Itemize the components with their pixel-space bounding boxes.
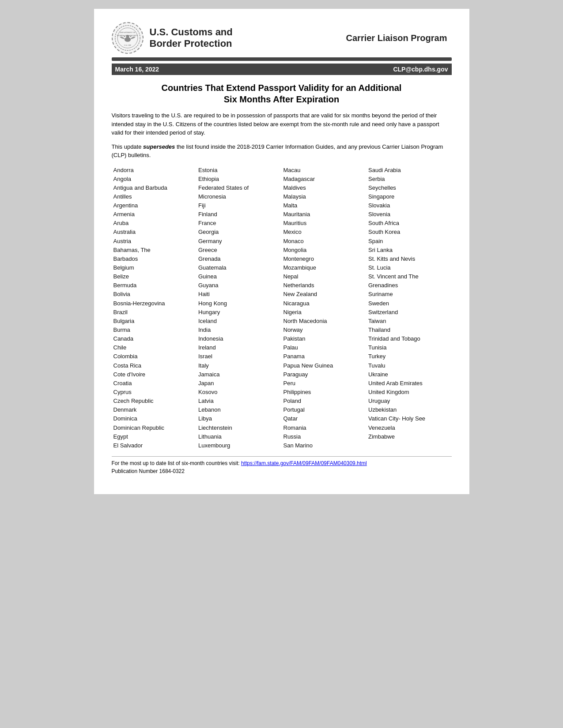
country-item: Romania: [283, 424, 365, 432]
country-item: Tuvalu: [368, 361, 450, 370]
country-item: Liechtenstein: [198, 424, 280, 432]
country-item: Armenia: [113, 210, 195, 219]
country-item: Italy: [198, 361, 280, 370]
country-item: Malta: [283, 201, 365, 210]
country-item: Mexico: [283, 228, 365, 236]
country-col-4: Saudi ArabiaSerbiaSeychellesSingaporeSlo…: [367, 166, 452, 450]
country-item: Cote d'Ivoire: [113, 370, 195, 379]
country-item: Greece: [198, 246, 280, 255]
country-columns: AndorraAngolaAntigua and BarbudaAntilles…: [112, 166, 452, 450]
country-item: Micronesia: [198, 192, 280, 201]
country-item: Denmark: [113, 405, 195, 414]
footer: For the most up to date list of six-mont…: [112, 456, 452, 475]
country-item: Aruba: [113, 219, 195, 228]
country-item: New Zealand: [283, 290, 365, 299]
country-item: Venezuela: [368, 424, 450, 432]
country-item: Colombia: [113, 352, 195, 361]
country-item: Nigeria: [283, 308, 365, 317]
country-item: Norway: [283, 326, 365, 334]
country-item: Slovenia: [368, 210, 450, 219]
country-item: Pakistan: [283, 334, 365, 343]
country-item: San Marino: [283, 441, 365, 450]
country-item: Ethiopia: [198, 175, 280, 184]
document-title: Countries That Extend Passport Validity …: [112, 82, 452, 105]
country-item: Netherlands: [283, 281, 365, 290]
country-item: Czech Republic: [113, 397, 195, 405]
country-col-1: AndorraAngolaAntigua and BarbudaAntilles…: [112, 166, 197, 450]
country-item: France: [198, 219, 280, 228]
program-title: Carrier Liaison Program: [346, 33, 452, 43]
country-item: Portugal: [283, 405, 365, 414]
country-item: Paraguay: [283, 370, 365, 379]
country-item: Dominican Republic: [113, 424, 195, 432]
country-item: Brazil: [113, 308, 195, 317]
country-item: Indonesia: [198, 334, 280, 343]
country-item: Georgia: [198, 228, 280, 236]
country-item: Grenada: [198, 255, 280, 263]
country-item: Lithuania: [198, 432, 280, 441]
country-item: Monaco: [283, 237, 365, 246]
country-item: El Salvador: [113, 441, 195, 450]
country-item: Ukraine: [368, 370, 450, 379]
document-page: DEPARTMENT OF HOMELAND SECURITY U.S. CBP…: [94, 9, 469, 494]
country-item: Bolivia: [113, 290, 195, 299]
country-item: Taiwan: [368, 317, 450, 326]
country-item: Burma: [113, 326, 195, 334]
country-item: Argentina: [113, 201, 195, 210]
country-item: Montenegro: [283, 255, 365, 263]
country-item: Uzbekistan: [368, 405, 450, 414]
intro-paragraph-2: This update supersedes the list found in…: [112, 143, 452, 160]
country-item: South Africa: [368, 219, 450, 228]
country-item: Iceland: [198, 317, 280, 326]
country-item: Guatemala: [198, 263, 280, 272]
country-item: Sweden: [368, 299, 450, 308]
country-item: India: [198, 326, 280, 334]
header-divider: [112, 57, 452, 61]
country-list-section: AndorraAngolaAntigua and BarbudaAntilles…: [112, 166, 452, 450]
country-item: Vatican City- Holy See: [368, 414, 450, 423]
header-left: DEPARTMENT OF HOMELAND SECURITY U.S. CBP…: [112, 22, 233, 54]
country-item: North Macedonia: [283, 317, 365, 326]
country-item: Bulgaria: [113, 317, 195, 326]
country-item: Papua New Guinea: [283, 361, 365, 370]
country-item: Peru: [283, 379, 365, 388]
cbp-seal: DEPARTMENT OF HOMELAND SECURITY U.S. CBP: [112, 22, 144, 54]
country-item: United Arab Emirates: [368, 379, 450, 388]
country-item: Egypt: [113, 432, 195, 441]
country-item: Slovakia: [368, 201, 450, 210]
country-item: Serbia: [368, 175, 450, 184]
country-item: Saudi Arabia: [368, 166, 450, 175]
country-item: Canada: [113, 334, 195, 343]
svg-text:DEPARTMENT OF: DEPARTMENT OF: [120, 31, 136, 34]
info-bar: March 16, 2022 CLP@cbp.dhs.gov: [112, 64, 452, 75]
country-item: Hong Kong: [198, 299, 280, 308]
country-item: Turkey: [368, 352, 450, 361]
country-item: Estonia: [198, 166, 280, 175]
country-item: Singapore: [368, 192, 450, 201]
country-item: Philippines: [283, 388, 365, 397]
country-item: Madagascar: [283, 175, 365, 184]
country-item: Suriname: [368, 290, 450, 299]
country-item: Qatar: [283, 414, 365, 423]
country-item: Trinidad and Tobago: [368, 334, 450, 343]
country-item: Latvia: [198, 397, 280, 405]
country-item: Kosovo: [198, 388, 280, 397]
svg-point-7: [126, 35, 129, 38]
country-item: Finland: [198, 210, 280, 219]
agency-name: U.S. Customs andBorder Protection: [150, 26, 233, 50]
country-item: Nicaragua: [283, 299, 365, 308]
country-item: Barbados: [113, 255, 195, 263]
document-date: March 16, 2022: [115, 66, 159, 73]
footer-link[interactable]: https://fam.state.gov/FAM/09FAM/09FAM040…: [241, 460, 367, 466]
intro-bold: supersedes: [143, 143, 175, 150]
country-item: St. Lucia: [368, 263, 450, 272]
country-item: Sri Lanka: [368, 246, 450, 255]
country-item: Japan: [198, 379, 280, 388]
country-item: Mauritius: [283, 219, 365, 228]
country-item: Thailand: [368, 326, 450, 334]
country-item: Panama: [283, 352, 365, 361]
country-item: Switzerland: [368, 308, 450, 317]
country-item: Belize: [113, 272, 195, 281]
country-item: Zimbabwe: [368, 432, 450, 441]
publication-number: Publication Number 1684-0322: [112, 468, 185, 474]
